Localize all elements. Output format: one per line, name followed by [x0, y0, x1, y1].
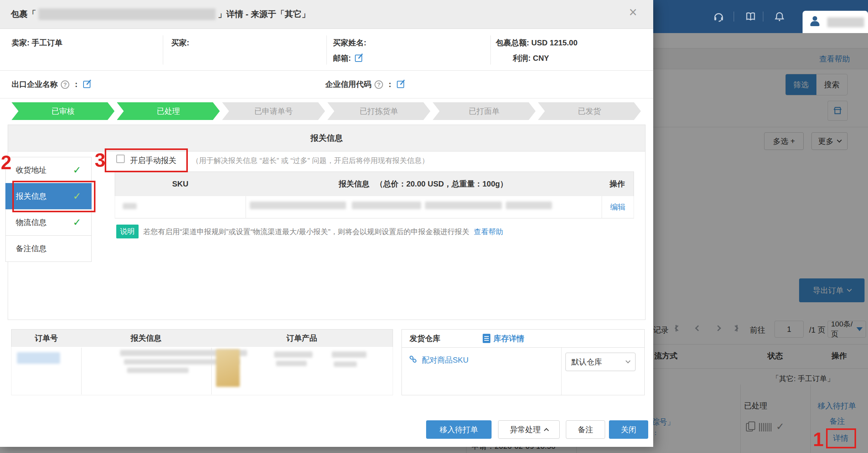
declare-info-column: 报关信息	[81, 333, 211, 343]
check-icon: ✓	[73, 164, 81, 176]
modal-title-bar: 包裹「 」详情 - 来源于「其它」	[0, 0, 653, 29]
close-icon[interactable]: ×	[629, 5, 637, 19]
step-label-printed: 已打面单	[433, 102, 536, 120]
note-label: 备注	[578, 425, 593, 435]
declare-info-redacted	[425, 202, 502, 209]
move-to-print-button[interactable]: 移入待打单	[426, 420, 492, 439]
sku-table-header: SKU 报关信息 （总价：20.00 USD，总重量：100g） 操作	[115, 172, 634, 197]
sidebar-item-remarks[interactable]: 备注信息	[5, 235, 92, 262]
sidebar-label: 物流信息	[16, 217, 47, 228]
warehouse-title: 发货仓库	[410, 333, 440, 344]
sidebar-label: 收货地址	[16, 165, 47, 175]
modal-title-suffix: 」详情 - 来源于「其它」	[218, 8, 310, 20]
step-shipped: 已发货	[538, 102, 641, 120]
edit-export-company-icon[interactable]	[83, 81, 90, 88]
nav-divider	[734, 12, 734, 22]
step-picking-printed: 已打拣货单	[328, 102, 431, 120]
export-company-field: 出口企业名称 ? ：	[12, 79, 90, 90]
sidebar-item-logistics[interactable]: 物流信息 ✓	[5, 209, 92, 236]
help-question-icon[interactable]: ?	[61, 80, 69, 89]
edit-credit-code-icon[interactable]	[397, 81, 404, 88]
cell-divider	[81, 348, 82, 395]
close-label: 关闭	[621, 425, 636, 435]
profit-label: 利润:	[513, 54, 533, 62]
link-chain-icon	[408, 354, 418, 364]
orders-table-header: 订单号 报关信息 订单产品	[11, 329, 393, 347]
buyer-name-label: 买家姓名:	[333, 38, 366, 48]
sku-table-row: 编辑	[115, 196, 634, 218]
declare-column-extra: （总价：20.00 USD，总重量：100g）	[375, 180, 507, 188]
warehouse-header: 发货仓库 库存详情	[402, 330, 644, 348]
seller-value: 手工订单	[32, 38, 62, 47]
warehouse-select-value: 默认仓库	[571, 357, 602, 367]
info-divider	[326, 35, 327, 65]
product-text-redacted	[332, 351, 366, 358]
warehouse-select[interactable]: 默认仓库	[565, 353, 636, 371]
nav-divider	[763, 12, 763, 22]
move-to-print-label: 移入待打单	[440, 425, 478, 435]
docs-book-icon[interactable]	[745, 11, 756, 22]
package-total-value: USD 1215.00	[531, 38, 577, 47]
step-audited: 已审核	[12, 102, 115, 120]
package-total-field: 包裹总额: USD 1215.00	[496, 38, 577, 48]
support-headset-icon[interactable]	[713, 11, 724, 22]
annotation-box-detail	[826, 428, 856, 448]
chevron-down-icon	[625, 358, 631, 363]
action-column: 操作	[601, 179, 634, 189]
note-line: 若您有启用“渠道申报规则”或设置“物流渠道最大/最小报关”，则将会以规则设置后的…	[143, 227, 503, 237]
declare-column: 报关信息 （总价：20.00 USD，总重量：100g）	[246, 179, 601, 189]
product-image-redacted	[216, 349, 240, 387]
annotation-2: 2	[1, 153, 12, 172]
edit-declare-link[interactable]: 编辑	[610, 202, 625, 212]
note-help-link[interactable]: 查看帮助	[474, 228, 503, 236]
match-sku-link[interactable]: 配对商品SKU	[422, 355, 468, 365]
credit-code-label: 企业信用代码	[325, 79, 371, 90]
help-question-icon[interactable]: ?	[375, 80, 383, 89]
note-text: 若您有启用“渠道申报规则”或设置“物流渠道最大/最小报关”，则将会以规则设置后的…	[143, 228, 470, 236]
email-field: 邮箱:	[333, 53, 362, 63]
annotation-1: 1	[813, 430, 824, 449]
profit-field: 利润: CNY	[513, 53, 549, 63]
warehouse-panel: 发货仓库 库存详情 配对商品SKU 默认仓库	[401, 329, 645, 395]
colon: ：	[72, 79, 80, 90]
step-number-applied: 已申请单号	[222, 102, 325, 120]
colon: ：	[386, 79, 394, 90]
check-icon: ✓	[73, 217, 81, 228]
exception-label: 异常处理	[510, 425, 541, 435]
declare-text-redacted	[127, 368, 189, 373]
order-product-column: 订单产品	[211, 333, 393, 343]
product-text-redacted	[276, 361, 307, 366]
info-divider	[163, 35, 163, 65]
order-number-redacted	[17, 352, 60, 364]
stock-detail-link[interactable]: 库存详情	[493, 333, 524, 344]
cell-divider	[246, 196, 246, 218]
sidebar-item-address[interactable]: 收货地址 ✓	[5, 157, 92, 183]
annotation-box-declaration	[12, 181, 95, 212]
sku-redacted	[123, 203, 137, 209]
annotation-box-manual-declare	[105, 148, 188, 172]
account-tab[interactable]	[803, 11, 868, 33]
manual-declare-hint: （用于解决报关信息 “超长” 或 “过多” 问题，开启后将停用现有报关信息）	[192, 156, 429, 166]
step-processed: 已处理	[117, 102, 220, 120]
package-detail-modal: 包裹「 」详情 - 来源于「其它」 × 卖家: 手工订单 买家: 买家姓名: 邮…	[0, 0, 653, 447]
section-title: 报关信息	[8, 125, 645, 152]
notifications-bell-icon[interactable]	[774, 11, 785, 22]
credit-code-field: 企业信用代码 ? ：	[325, 79, 404, 90]
note-button[interactable]: 备注	[566, 420, 605, 439]
declare-info-redacted	[506, 202, 552, 209]
profit-value: CNY	[533, 54, 549, 62]
seller-label: 卖家:	[12, 38, 32, 47]
divider	[0, 70, 653, 71]
info-divider	[490, 35, 491, 65]
close-button[interactable]: 关闭	[609, 420, 648, 439]
username-redacted	[827, 17, 864, 27]
exception-button[interactable]: 异常处理	[498, 420, 560, 439]
order-no-column: 订单号	[12, 333, 81, 343]
declare-column-title: 报关信息	[339, 180, 370, 188]
seller-field: 卖家: 手工订单	[12, 38, 62, 48]
package-id-redacted	[38, 8, 216, 20]
sku-column: SKU	[115, 180, 246, 188]
orders-table-row	[11, 347, 393, 395]
buyer-label: 买家:	[171, 38, 189, 48]
edit-email-icon[interactable]	[355, 55, 362, 62]
